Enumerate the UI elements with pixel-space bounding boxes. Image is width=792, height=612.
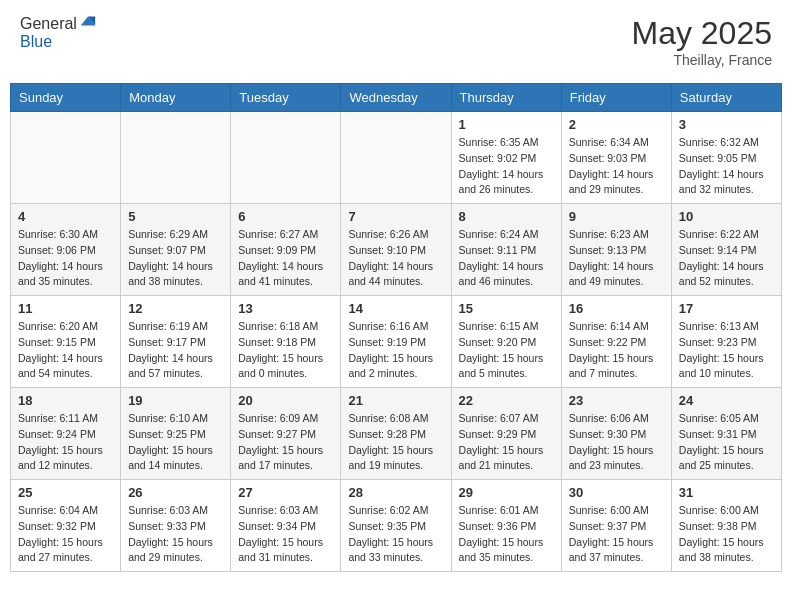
day-info: Sunrise: 6:05 AMSunset: 9:31 PMDaylight:… [679, 411, 774, 474]
day-number: 22 [459, 393, 554, 408]
calendar-cell: 1Sunrise: 6:35 AMSunset: 9:02 PMDaylight… [451, 112, 561, 204]
day-info: Sunrise: 6:04 AMSunset: 9:32 PMDaylight:… [18, 503, 113, 566]
calendar-cell: 25Sunrise: 6:04 AMSunset: 9:32 PMDayligh… [11, 480, 121, 572]
logo-blue: Blue [20, 33, 97, 51]
calendar-cell: 11Sunrise: 6:20 AMSunset: 9:15 PMDayligh… [11, 296, 121, 388]
day-number: 17 [679, 301, 774, 316]
calendar-cell: 20Sunrise: 6:09 AMSunset: 9:27 PMDayligh… [231, 388, 341, 480]
day-info: Sunrise: 6:08 AMSunset: 9:28 PMDaylight:… [348, 411, 443, 474]
calendar-cell: 6Sunrise: 6:27 AMSunset: 9:09 PMDaylight… [231, 204, 341, 296]
calendar-cell: 7Sunrise: 6:26 AMSunset: 9:10 PMDaylight… [341, 204, 451, 296]
day-info: Sunrise: 6:22 AMSunset: 9:14 PMDaylight:… [679, 227, 774, 290]
day-info: Sunrise: 6:15 AMSunset: 9:20 PMDaylight:… [459, 319, 554, 382]
calendar-cell: 19Sunrise: 6:10 AMSunset: 9:25 PMDayligh… [121, 388, 231, 480]
calendar-cell: 27Sunrise: 6:03 AMSunset: 9:34 PMDayligh… [231, 480, 341, 572]
calendar-cell: 10Sunrise: 6:22 AMSunset: 9:14 PMDayligh… [671, 204, 781, 296]
logo: General Blue [20, 15, 97, 51]
day-info: Sunrise: 6:27 AMSunset: 9:09 PMDaylight:… [238, 227, 333, 290]
day-info: Sunrise: 6:16 AMSunset: 9:19 PMDaylight:… [348, 319, 443, 382]
day-number: 11 [18, 301, 113, 316]
day-info: Sunrise: 6:01 AMSunset: 9:36 PMDaylight:… [459, 503, 554, 566]
week-row-2: 4Sunrise: 6:30 AMSunset: 9:06 PMDaylight… [11, 204, 782, 296]
day-info: Sunrise: 6:11 AMSunset: 9:24 PMDaylight:… [18, 411, 113, 474]
logo-icon [79, 13, 97, 31]
day-info: Sunrise: 6:26 AMSunset: 9:10 PMDaylight:… [348, 227, 443, 290]
week-row-3: 11Sunrise: 6:20 AMSunset: 9:15 PMDayligh… [11, 296, 782, 388]
day-info: Sunrise: 6:10 AMSunset: 9:25 PMDaylight:… [128, 411, 223, 474]
calendar-cell: 14Sunrise: 6:16 AMSunset: 9:19 PMDayligh… [341, 296, 451, 388]
month-title: May 2025 [631, 15, 772, 52]
day-info: Sunrise: 6:03 AMSunset: 9:34 PMDaylight:… [238, 503, 333, 566]
week-row-5: 25Sunrise: 6:04 AMSunset: 9:32 PMDayligh… [11, 480, 782, 572]
calendar: SundayMondayTuesdayWednesdayThursdayFrid… [10, 83, 782, 572]
day-info: Sunrise: 6:19 AMSunset: 9:17 PMDaylight:… [128, 319, 223, 382]
day-info: Sunrise: 6:09 AMSunset: 9:27 PMDaylight:… [238, 411, 333, 474]
day-number: 19 [128, 393, 223, 408]
day-number: 21 [348, 393, 443, 408]
calendar-cell [11, 112, 121, 204]
day-number: 20 [238, 393, 333, 408]
day-info: Sunrise: 6:07 AMSunset: 9:29 PMDaylight:… [459, 411, 554, 474]
calendar-cell: 13Sunrise: 6:18 AMSunset: 9:18 PMDayligh… [231, 296, 341, 388]
logo-general: General [20, 15, 77, 33]
calendar-cell [341, 112, 451, 204]
weekday-header-monday: Monday [121, 84, 231, 112]
day-number: 24 [679, 393, 774, 408]
weekday-header-tuesday: Tuesday [231, 84, 341, 112]
calendar-cell: 24Sunrise: 6:05 AMSunset: 9:31 PMDayligh… [671, 388, 781, 480]
week-row-1: 1Sunrise: 6:35 AMSunset: 9:02 PMDaylight… [11, 112, 782, 204]
day-number: 23 [569, 393, 664, 408]
calendar-cell: 22Sunrise: 6:07 AMSunset: 9:29 PMDayligh… [451, 388, 561, 480]
calendar-cell: 3Sunrise: 6:32 AMSunset: 9:05 PMDaylight… [671, 112, 781, 204]
day-info: Sunrise: 6:20 AMSunset: 9:15 PMDaylight:… [18, 319, 113, 382]
day-info: Sunrise: 6:00 AMSunset: 9:38 PMDaylight:… [679, 503, 774, 566]
day-number: 16 [569, 301, 664, 316]
calendar-cell: 2Sunrise: 6:34 AMSunset: 9:03 PMDaylight… [561, 112, 671, 204]
page-header: General Blue May 2025 Theillay, France [10, 10, 782, 73]
calendar-cell: 31Sunrise: 6:00 AMSunset: 9:38 PMDayligh… [671, 480, 781, 572]
weekday-header-thursday: Thursday [451, 84, 561, 112]
calendar-cell: 23Sunrise: 6:06 AMSunset: 9:30 PMDayligh… [561, 388, 671, 480]
weekday-header-saturday: Saturday [671, 84, 781, 112]
calendar-cell: 8Sunrise: 6:24 AMSunset: 9:11 PMDaylight… [451, 204, 561, 296]
weekday-header-row: SundayMondayTuesdayWednesdayThursdayFrid… [11, 84, 782, 112]
day-info: Sunrise: 6:02 AMSunset: 9:35 PMDaylight:… [348, 503, 443, 566]
day-number: 4 [18, 209, 113, 224]
day-number: 29 [459, 485, 554, 500]
day-number: 27 [238, 485, 333, 500]
day-number: 13 [238, 301, 333, 316]
calendar-cell: 12Sunrise: 6:19 AMSunset: 9:17 PMDayligh… [121, 296, 231, 388]
day-info: Sunrise: 6:00 AMSunset: 9:37 PMDaylight:… [569, 503, 664, 566]
day-number: 14 [348, 301, 443, 316]
day-info: Sunrise: 6:23 AMSunset: 9:13 PMDaylight:… [569, 227, 664, 290]
calendar-cell: 17Sunrise: 6:13 AMSunset: 9:23 PMDayligh… [671, 296, 781, 388]
calendar-cell: 15Sunrise: 6:15 AMSunset: 9:20 PMDayligh… [451, 296, 561, 388]
day-number: 26 [128, 485, 223, 500]
day-number: 12 [128, 301, 223, 316]
day-info: Sunrise: 6:35 AMSunset: 9:02 PMDaylight:… [459, 135, 554, 198]
calendar-cell: 21Sunrise: 6:08 AMSunset: 9:28 PMDayligh… [341, 388, 451, 480]
day-info: Sunrise: 6:18 AMSunset: 9:18 PMDaylight:… [238, 319, 333, 382]
location: Theillay, France [631, 52, 772, 68]
weekday-header-friday: Friday [561, 84, 671, 112]
day-number: 31 [679, 485, 774, 500]
day-info: Sunrise: 6:32 AMSunset: 9:05 PMDaylight:… [679, 135, 774, 198]
day-number: 25 [18, 485, 113, 500]
day-info: Sunrise: 6:30 AMSunset: 9:06 PMDaylight:… [18, 227, 113, 290]
day-number: 3 [679, 117, 774, 132]
weekday-header-wednesday: Wednesday [341, 84, 451, 112]
calendar-cell: 16Sunrise: 6:14 AMSunset: 9:22 PMDayligh… [561, 296, 671, 388]
day-number: 9 [569, 209, 664, 224]
title-block: May 2025 Theillay, France [631, 15, 772, 68]
calendar-cell: 29Sunrise: 6:01 AMSunset: 9:36 PMDayligh… [451, 480, 561, 572]
calendar-cell: 5Sunrise: 6:29 AMSunset: 9:07 PMDaylight… [121, 204, 231, 296]
calendar-cell: 30Sunrise: 6:00 AMSunset: 9:37 PMDayligh… [561, 480, 671, 572]
calendar-cell: 26Sunrise: 6:03 AMSunset: 9:33 PMDayligh… [121, 480, 231, 572]
day-info: Sunrise: 6:24 AMSunset: 9:11 PMDaylight:… [459, 227, 554, 290]
day-number: 1 [459, 117, 554, 132]
day-number: 18 [18, 393, 113, 408]
day-number: 7 [348, 209, 443, 224]
weekday-header-sunday: Sunday [11, 84, 121, 112]
day-number: 10 [679, 209, 774, 224]
day-number: 5 [128, 209, 223, 224]
